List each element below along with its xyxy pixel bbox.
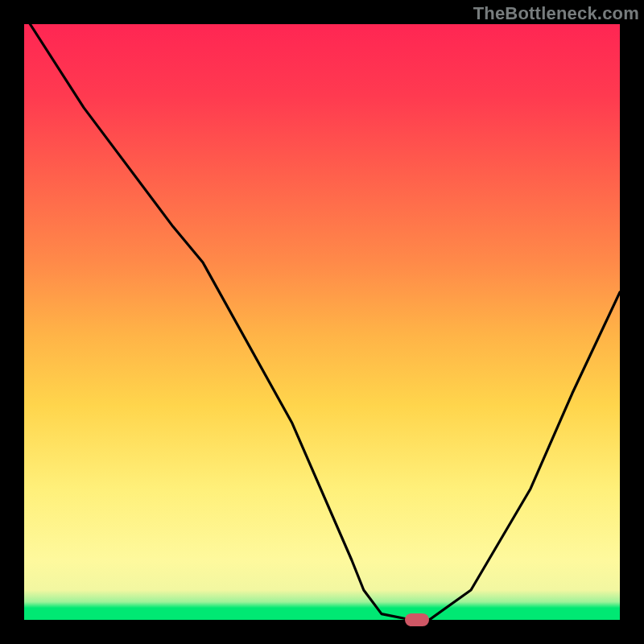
curve-svg bbox=[24, 24, 620, 620]
plot-area bbox=[24, 24, 620, 620]
minimum-marker bbox=[405, 613, 429, 626]
attribution-label: TheBottleneck.com bbox=[473, 3, 639, 24]
curve-path bbox=[30, 24, 620, 620]
chart-container: TheBottleneck.com bbox=[0, 0, 644, 644]
